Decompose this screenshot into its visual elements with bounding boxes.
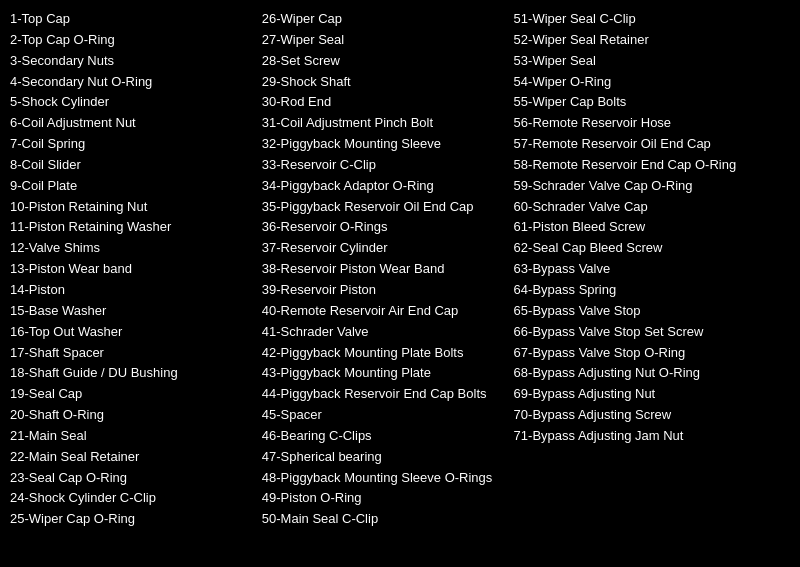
list-item: 32-Piggyback Mounting Sleeve xyxy=(262,135,509,154)
list-item: 29-Shock Shaft xyxy=(262,73,509,92)
list-item: 6-Coil Adjustment Nut xyxy=(10,114,257,133)
list-item: 60-Schrader Valve Cap xyxy=(514,198,790,217)
list-item: 16-Top Out Washer xyxy=(10,323,257,342)
list-item: 31-Coil Adjustment Pinch Bolt xyxy=(262,114,509,133)
list-item: 71-Bypass Adjusting Jam Nut xyxy=(514,427,790,446)
column-2: 26-Wiper Cap27-Wiper Seal28-Set Screw29-… xyxy=(262,10,514,529)
list-item: 3-Secondary Nuts xyxy=(10,52,257,71)
list-item: 57-Remote Reservoir Oil End Cap xyxy=(514,135,790,154)
list-item: 21-Main Seal xyxy=(10,427,257,446)
list-item: 27-Wiper Seal xyxy=(262,31,509,50)
list-item: 65-Bypass Valve Stop xyxy=(514,302,790,321)
list-item: 55-Wiper Cap Bolts xyxy=(514,93,790,112)
list-item: 67-Bypass Valve Stop O-Ring xyxy=(514,344,790,363)
list-item: 26-Wiper Cap xyxy=(262,10,509,29)
list-item: 68-Bypass Adjusting Nut O-Ring xyxy=(514,364,790,383)
list-item: 62-Seal Cap Bleed Screw xyxy=(514,239,790,258)
list-item: 10-Piston Retaining Nut xyxy=(10,198,257,217)
list-item: 4-Secondary Nut O-Ring xyxy=(10,73,257,92)
list-item: 54-Wiper O-Ring xyxy=(514,73,790,92)
list-item: 19-Seal Cap xyxy=(10,385,257,404)
list-item: 35-Piggyback Reservoir Oil End Cap xyxy=(262,198,509,217)
list-item: 61-Piston Bleed Screw xyxy=(514,218,790,237)
list-item: 40-Remote Reservoir Air End Cap xyxy=(262,302,509,321)
list-item: 13-Piston Wear band xyxy=(10,260,257,279)
list-item: 50-Main Seal C-Clip xyxy=(262,510,509,529)
list-item: 45-Spacer xyxy=(262,406,509,425)
list-item: 39-Reservoir Piston xyxy=(262,281,509,300)
list-item: 23-Seal Cap O-Ring xyxy=(10,469,257,488)
list-item: 20-Shaft O-Ring xyxy=(10,406,257,425)
list-item: 34-Piggyback Adaptor O-Ring xyxy=(262,177,509,196)
list-item: 8-Coil Slider xyxy=(10,156,257,175)
list-item: 12-Valve Shims xyxy=(10,239,257,258)
list-item: 51-Wiper Seal C-Clip xyxy=(514,10,790,29)
list-item: 33-Reservoir C-Clip xyxy=(262,156,509,175)
list-item: 53-Wiper Seal xyxy=(514,52,790,71)
list-item: 64-Bypass Spring xyxy=(514,281,790,300)
list-item: 7-Coil Spring xyxy=(10,135,257,154)
list-item: 63-Bypass Valve xyxy=(514,260,790,279)
list-item: 30-Rod End xyxy=(262,93,509,112)
list-item: 14-Piston xyxy=(10,281,257,300)
column-1: 1-Top Cap2-Top Cap O-Ring3-Secondary Nut… xyxy=(10,10,262,529)
list-item: 44-Piggyback Reservoir End Cap Bolts xyxy=(262,385,509,404)
list-item: 11-Piston Retaining Washer xyxy=(10,218,257,237)
parts-list: 1-Top Cap2-Top Cap O-Ring3-Secondary Nut… xyxy=(10,10,790,529)
column-3: 51-Wiper Seal C-Clip52-Wiper Seal Retain… xyxy=(514,10,790,529)
list-item: 69-Bypass Adjusting Nut xyxy=(514,385,790,404)
list-item: 5-Shock Cylinder xyxy=(10,93,257,112)
list-item: 58-Remote Reservoir End Cap O-Ring xyxy=(514,156,790,175)
list-item: 59-Schrader Valve Cap O-Ring xyxy=(514,177,790,196)
list-item: 1-Top Cap xyxy=(10,10,257,29)
list-item: 22-Main Seal Retainer xyxy=(10,448,257,467)
list-item: 36-Reservoir O-Rings xyxy=(262,218,509,237)
list-item: 37-Reservoir Cylinder xyxy=(262,239,509,258)
list-item: 18-Shaft Guide / DU Bushing xyxy=(10,364,257,383)
list-item: 38-Reservoir Piston Wear Band xyxy=(262,260,509,279)
list-item: 49-Piston O-Ring xyxy=(262,489,509,508)
list-item: 17-Shaft Spacer xyxy=(10,344,257,363)
list-item: 47-Spherical bearing xyxy=(262,448,509,467)
list-item: 41-Schrader Valve xyxy=(262,323,509,342)
list-item: 56-Remote Reservoir Hose xyxy=(514,114,790,133)
list-item: 46-Bearing C-Clips xyxy=(262,427,509,446)
list-item: 48-Piggyback Mounting Sleeve O-Rings xyxy=(262,469,509,488)
list-item: 70-Bypass Adjusting Screw xyxy=(514,406,790,425)
list-item: 52-Wiper Seal Retainer xyxy=(514,31,790,50)
list-item: 28-Set Screw xyxy=(262,52,509,71)
list-item: 15-Base Washer xyxy=(10,302,257,321)
list-item: 9-Coil Plate xyxy=(10,177,257,196)
list-item: 43-Piggyback Mounting Plate xyxy=(262,364,509,383)
list-item: 2-Top Cap O-Ring xyxy=(10,31,257,50)
list-item: 66-Bypass Valve Stop Set Screw xyxy=(514,323,790,342)
list-item: 25-Wiper Cap O-Ring xyxy=(10,510,257,529)
list-item: 42-Piggyback Mounting Plate Bolts xyxy=(262,344,509,363)
list-item: 24-Shock Cylinder C-Clip xyxy=(10,489,257,508)
